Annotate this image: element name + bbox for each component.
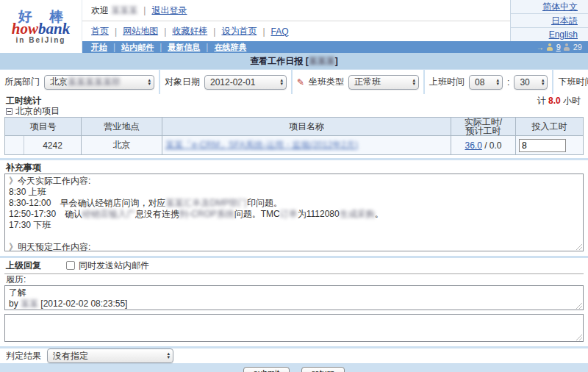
send-mail-checkbox[interactable] [66, 261, 75, 270]
project-id: 4242 [24, 140, 81, 151]
divider [113, 42, 115, 52]
col-input-hours: 投入工时 [516, 118, 584, 136]
nav-start[interactable]: 开始 [91, 42, 107, 53]
nav-internal-mail[interactable]: 站内邮件 [121, 42, 154, 53]
menu-set-homepage[interactable]: 设为首页 [221, 25, 257, 37]
date-value: 2012-02-01 [210, 77, 255, 87]
shift-select[interactable]: 正常班 ▴▾ [348, 75, 419, 90]
online-count-link[interactable]: 9 [556, 43, 561, 51]
department-select[interactable]: 北京某某某某某部 ▴▾ [44, 75, 154, 90]
history-area: 履历: 了解by 某某 [2012-02-02 08:23:55] [4, 273, 584, 342]
project-group-label: 北京的项目 [15, 105, 60, 118]
lang-japanese[interactable]: 日本語 [551, 15, 578, 27]
estimated-hours: / 0.0 [482, 140, 502, 151]
logo-subtitle: in BeiJing [16, 36, 66, 44]
department-value-blurred: 某某某某某部 [68, 76, 121, 87]
history-textarea[interactable]: 了解by 某某 [2012-02-02 08:23:55] [4, 285, 584, 310]
date-select[interactable]: 2012-02-01 ▴▾ [204, 75, 287, 90]
main-navbar: 开始 站内邮件 最新信息 在线辞典 → 9 29 [82, 41, 588, 53]
submit-button[interactable]: submit [243, 367, 290, 372]
divider [159, 42, 162, 52]
page-title-suffix: ] [335, 56, 338, 66]
location-cell: 北京 [82, 136, 162, 155]
actual-hours-link[interactable]: 36.0 [465, 140, 481, 151]
logo-bank: bank [38, 20, 70, 37]
actual-estimated-cell: 36.0 / 0.0 [451, 136, 516, 155]
welcome-label: 欢迎 [91, 4, 109, 17]
arrow-icon: → [537, 43, 544, 51]
header: 好 棒 howbank in BeiJing 欢迎 某某某 退出登录 首页 网站… [0, 0, 588, 53]
table-header-row: 项目号 营业地点 项目名称 实际工时/ 预计工时 投入工时 [5, 118, 584, 136]
hours-section: 工时统计 计 8.0 小时 北京的项目 项目号 营业地点 项目名称 实际工时/ … [0, 94, 588, 158]
supplement-textarea[interactable]: 》今天实际工作内容:8:30 上班8:30-12:00 早会确认经销店问询，对应… [4, 174, 584, 251]
total-count: 29 [573, 43, 582, 51]
input-hours-cell [516, 136, 584, 155]
divider [213, 26, 215, 37]
return-button[interactable]: return [301, 367, 345, 372]
start-minute-select[interactable]: 30 ▴▾ [514, 75, 548, 90]
project-name-link[interactable]: 某某「e-CRM」SFA系统-运用・监视(2012年2月) [165, 140, 358, 150]
judge-select[interactable]: 没有指定 ▴▾ [47, 348, 173, 363]
input-hours-field[interactable] [519, 139, 566, 152]
col-actual-estimated: 实际工时/ 预计工时 [451, 118, 516, 136]
offline-user-icon [564, 43, 570, 51]
department-label: 所属部门 [4, 76, 40, 88]
project-name-cell: 某某「e-CRM」SFA系统-运用・监视(2012年2月) [162, 136, 451, 155]
send-mail-label: 同时发送站内邮件 [79, 260, 149, 272]
end-time-label: 下班时间 [558, 76, 588, 88]
edit-icon: ✎ [297, 78, 304, 87]
col-project-id: 项目号 [5, 118, 82, 136]
chevron-updown-icon: ▴▾ [413, 79, 416, 85]
page-title-text: 查看工作日报 [ [250, 56, 308, 66]
nav-latest-info[interactable]: 最新信息 [168, 42, 200, 53]
judge-row: 判定结果 没有指定 ▴▾ [0, 348, 588, 363]
supplement-section: 补充事项 》今天实际工作内容:8:30 上班8:30-12:00 早会确认经销店… [0, 160, 588, 256]
shift-value: 正常班 [354, 76, 381, 88]
chevron-updown-icon: ▴▾ [497, 79, 500, 85]
lang-simplified-chinese[interactable]: 简体中文 [542, 1, 578, 13]
resize-grip-icon[interactable] [575, 333, 582, 340]
lang-english[interactable]: English [549, 29, 578, 40]
filter-row: 所属部门 北京某某某某某部 ▴▾ 对象日期 2012-02-01 ▴▾ ✎ 坐班… [0, 70, 588, 94]
menu-faq[interactable]: FAQ [271, 26, 289, 37]
divider [115, 26, 117, 37]
total-prefix: 计 [537, 96, 546, 106]
divider [143, 5, 146, 15]
divider [164, 26, 166, 37]
chevron-updown-icon: ▴▾ [542, 79, 545, 85]
indent-cell [5, 136, 24, 154]
project-name-blurred: 某某「e-CRM」SFA系统-运用・监视(2012年2月) [165, 140, 358, 150]
shift-cell: ✎ 坐班类型 正常班 ▴▾ [293, 70, 425, 94]
judge-value: 没有指定 [53, 350, 88, 362]
language-switcher: 简体中文 日本語 English [510, 0, 588, 41]
start-time-label: 上班时间 [429, 76, 465, 88]
online-users: → 9 29 [537, 43, 582, 51]
reply-label: 上级回复 [6, 260, 41, 272]
chevron-updown-icon: ▴▾ [148, 79, 151, 85]
judge-label: 判定结果 [6, 350, 41, 362]
logo-wordmark: howbank [12, 22, 70, 36]
project-group-row: 北京的项目 [0, 107, 588, 117]
department-cell: 所属部门 北京某某某某某部 ▴▾ [0, 70, 160, 94]
start-hour-value: 08 [475, 77, 484, 87]
col-location: 营业地点 [82, 118, 162, 136]
chevron-updown-icon: ▴▾ [280, 79, 283, 85]
menu-home[interactable]: 首页 [91, 25, 109, 37]
history-label: 履历: [4, 274, 584, 285]
shift-label: 坐班类型 [309, 76, 344, 88]
nav-online-dictionary[interactable]: 在线辞典 [214, 42, 246, 53]
reply-textarea[interactable] [4, 314, 584, 342]
date-label: 对象日期 [165, 76, 200, 88]
chevron-updown-icon: ▴▾ [167, 352, 170, 359]
project-id-cell: 4242 [5, 136, 82, 155]
logout-link[interactable]: 退出登录 [151, 4, 187, 17]
date-cell: 对象日期 2012-02-01 ▴▾ [160, 70, 293, 94]
end-time-cell: 下班时间 17 ▴▾ : 30 ▴▾ [553, 70, 588, 94]
collapse-icon[interactable] [6, 108, 12, 115]
footer: submit return [0, 363, 588, 372]
start-hour-select[interactable]: 08 ▴▾ [469, 75, 503, 90]
menu-favorite[interactable]: 收藏好棒 [172, 25, 207, 37]
divider [206, 42, 208, 52]
page-title: 查看工作日报 [某某某] [0, 53, 588, 69]
menu-sitemap[interactable]: 网站地图 [123, 25, 158, 37]
